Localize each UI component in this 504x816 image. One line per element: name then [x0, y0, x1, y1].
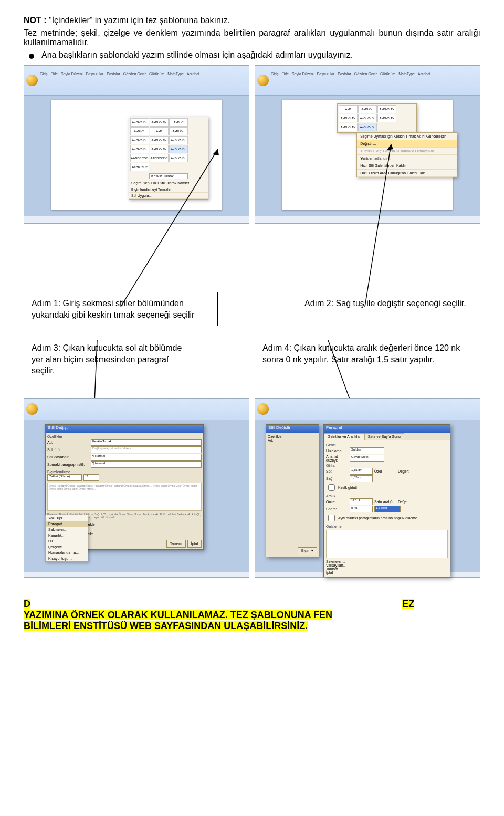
style-save-new[interactable]: Seçimi Yeni Hızlı Stil Olarak Kaydet… — [129, 180, 208, 186]
sel-size[interactable]: 11 — [83, 474, 99, 481]
ft-span1: D — [24, 599, 30, 609]
style-chip[interactable]: AaBbCcDc — [169, 136, 188, 144]
ctx-degistir[interactable]: Değiştir… — [357, 140, 457, 148]
pdlg-tabs: Girintiler ve Aralıklar Satır ve Sayfa S… — [324, 433, 450, 440]
para-2: Tez metninde; şekil, çizelge ve denklem … — [24, 28, 480, 47]
tab-basvuru: Başvurular — [317, 72, 334, 76]
inp-sag[interactable]: 1,65 cm — [350, 475, 373, 482]
inp-sonra[interactable]: 0 nk — [350, 506, 373, 512]
ctx-addqat[interactable]: Hızlı Erişim Araç Çubuğu'na Galeri Ekle — [357, 170, 457, 177]
dlg-title: Stili Değiştir — [46, 425, 203, 433]
ctx-remove[interactable]: Hızlı Stil Galerisinden Kaldır — [357, 162, 457, 170]
tab-posta: Postalar — [338, 72, 351, 76]
style-chip[interactable]: AABBCCDC — [150, 154, 169, 162]
dlg2-sec1: Özellikler — [268, 435, 317, 438]
doc-canvas-4: Stili Değiştir Özellikler Ad: Biçim ▾ Pa… — [255, 420, 480, 572]
tab-gozden: Gözden Geçir — [123, 72, 146, 76]
style-gallery-popup-2[interactable]: AaB AaBbCc. AaBbCcDc AaBbCcDc AaBbCcDc A… — [337, 103, 417, 133]
ribbon-tabs-1: Giriş Ekle Sayfa Düzeni Başvurular Posta… — [40, 72, 200, 76]
style-chip[interactable]: AaBbCcDc — [377, 105, 396, 113]
lab-deger2: Değer: — [398, 500, 420, 504]
style-chip[interactable]: AaBbCc — [130, 127, 149, 135]
style-chip[interactable]: AaBbCcDc — [377, 114, 396, 122]
fmt-paragraf[interactable]: Paragraf… — [46, 521, 88, 527]
inp-sonraki[interactable]: ¶ Normal — [91, 461, 202, 468]
style-chip[interactable]: AaBbCcDc — [130, 118, 149, 127]
style-chip[interactable]: AaBbCc. — [169, 127, 188, 135]
ctx-selectall[interactable]: Tümünü Seç: Geçerli Kullanımda Olmayanla… — [357, 148, 457, 155]
style-chip[interactable]: AaBbC — [169, 118, 188, 127]
btn-iptal[interactable]: İptal — [326, 571, 448, 574]
iptal-button[interactable]: İptal — [187, 540, 202, 548]
style-chip[interactable]: AaB — [339, 105, 358, 113]
style-chip[interactable]: AaBbCcDc — [339, 123, 358, 131]
style-chip[interactable]: AaBbCcDc — [169, 154, 188, 162]
fmt-cerceve[interactable]: Çerçeve… — [46, 544, 88, 550]
fmt-dil[interactable]: Dil… — [46, 538, 88, 544]
btn-tamam[interactable]: Tamam — [326, 567, 448, 571]
style-chip[interactable]: AaBbCcDc — [358, 114, 377, 122]
callout-step1: Adım 1: Giriş sekmesi stiller bölümünden… — [24, 292, 218, 326]
fmt-kisayol[interactable]: Kısayol tuşu… — [46, 556, 88, 561]
btn-sekmeler[interactable]: Sekmeler… — [326, 560, 448, 563]
inp-tur[interactable]: Bağlı (paragraf ve karakter) — [91, 446, 202, 453]
bicim-button-2[interactable]: Biçim ▾ — [298, 547, 317, 555]
style-chip[interactable]: AaBbCc. — [358, 105, 377, 113]
style-clear-fmt[interactable]: Biçimlendirmeyi Temizle — [129, 186, 208, 193]
context-menu[interactable]: Seçime Uyması için Keskin Tırnak Adını G… — [356, 132, 457, 177]
lab-ad: Ad: — [47, 441, 89, 444]
style-apply[interactable]: Stil Uygula… — [129, 193, 208, 199]
footer-warning: DXXXXXXXXXXXXXXXXXXXXXXXXXXXXXXXXXXXXXXX… — [24, 599, 480, 632]
style-chip[interactable]: AaBbCcDc — [150, 145, 169, 153]
style-chip[interactable]: AaBbCcDc — [130, 136, 149, 144]
callout-step2: Adım 2: Sağ tuş ile değiştir seçeneği se… — [297, 292, 480, 326]
sel-satir-aralik[interactable]: 1,5 satır — [374, 506, 401, 512]
tamam-button[interactable]: Tamam — [166, 540, 186, 548]
cb-ayni[interactable] — [328, 515, 335, 521]
fmt-kenarlik[interactable]: Kenarlık… — [46, 532, 88, 538]
style-chip-keskin[interactable]: AaBbCcDc — [358, 123, 377, 131]
style-chip[interactable]: AaBbCcDc — [339, 114, 358, 122]
dlg2-ad: Ad: — [268, 438, 317, 442]
bicim-menu[interactable]: Yazı Tipi… Paragraf… Sekmeler… Kenarlık…… — [45, 515, 88, 562]
bottom-screenshots: Yeni Microsoft Office Word Belgesi - Mic… — [24, 398, 480, 578]
style-chip[interactable]: AaBbCcDc — [150, 136, 169, 144]
doc-canvas-3: Stili Değiştir Özellikler Ad:Keskin Tırn… — [24, 420, 249, 572]
dlg-sec-ozellik: Özellikler — [47, 435, 202, 438]
pdlg-tab2[interactable]: Satır ve Sayfa Sonu — [364, 433, 404, 440]
sec-aralik: Aralık — [326, 494, 448, 498]
lab-dayali: Stili dayandır: — [47, 455, 89, 459]
ctx-rename[interactable]: Yeniden adlandır… — [357, 155, 457, 162]
fmt-sekmeler[interactable]: Sekmeler… — [46, 527, 88, 532]
pdlg-tab1[interactable]: Girintiler ve Aralıklar — [324, 433, 364, 440]
sec-oniz: Önizleme — [326, 525, 448, 528]
stil-degistir-dialog-2[interactable]: Stili Değiştir Özellikler Ad: Biçim ▾ — [266, 424, 319, 557]
inp-once[interactable]: 120 nk — [350, 498, 373, 505]
btn-varsay[interactable]: Varsayılan… — [326, 563, 448, 567]
style-chip[interactable]: AABBCCDC — [130, 154, 149, 162]
style-chip[interactable]: AaB — [150, 127, 169, 135]
paragraf-dialog[interactable]: Paragraf Girintiler ve Aralıklar Satır v… — [323, 424, 450, 577]
style-chip[interactable]: AaBbCcDc — [130, 145, 149, 153]
fmt-numara[interactable]: Numaralandırma… — [46, 550, 88, 556]
cb-kesik[interactable] — [328, 484, 335, 491]
tab-acrobat: Acrobat — [418, 72, 430, 76]
style-gallery-popup[interactable]: AaBbCcDc AaBbCcDc AaBbC AaBbCc AaB AaBbC… — [129, 117, 208, 200]
inp-sol[interactable]: 1,65 cm — [350, 468, 373, 475]
sel-hiz[interactable]: Soldan — [350, 447, 384, 454]
inp-ad[interactable]: Keskin Tırnak — [91, 439, 202, 446]
ribbon-4 — [255, 399, 480, 420]
ft-span2: EZ — [402, 599, 414, 609]
ctx-update[interactable]: Seçime Uyması için Keskin Tırnak Adını G… — [357, 133, 457, 140]
tab-basvuru: Başvurular — [86, 72, 103, 76]
inp-dayali[interactable]: ¶ Normal — [91, 454, 202, 461]
fmt-yazitipi[interactable]: Yazı Tipi… — [46, 515, 88, 521]
sel-font[interactable]: Calibri (Gövde) — [47, 474, 82, 481]
style-chip[interactable]: AaBbCcDc — [130, 163, 149, 171]
lab-ozel: Özel — [374, 469, 396, 473]
style-chip-keskin[interactable]: AaBbCcDc — [169, 145, 188, 153]
style-chip[interactable]: AaBbCcDc — [150, 118, 169, 127]
lab-kesik: Kesik girinti — [338, 486, 357, 489]
pdlg-preview — [326, 530, 448, 558]
sel-anahat[interactable]: Gövde Metni — [350, 455, 384, 462]
